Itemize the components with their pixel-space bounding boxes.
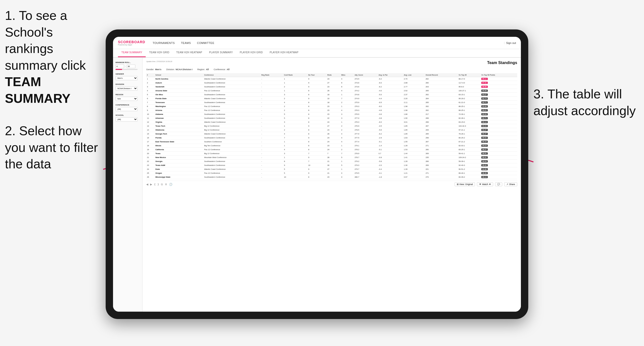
tablet-frame: SCOREBOARD Powered by clippd TOURNAMENTS…	[106, 29, 528, 319]
col-rnds: Rnds	[326, 73, 340, 77]
col-rank: #	[146, 73, 154, 77]
nav-teams[interactable]: TEAMS	[181, 41, 191, 44]
view-controls: ⊞ View: Original 👁 Watch ▼ 💬 ↗ Share	[454, 182, 517, 186]
standings-table: # School Conference Reg Rank Conf Rank N…	[146, 73, 517, 179]
share-button[interactable]: ↗ Share	[504, 182, 517, 186]
table-row: 25 Oregon Pac-12 Conference - 5 9 21 0 2…	[146, 171, 517, 175]
tab-player-summary[interactable]: PLAYER SUMMARY	[206, 49, 236, 57]
instruction-step-3: 3. The table will adjust accordingly	[534, 86, 637, 119]
filter-school-label: School	[116, 114, 140, 116]
pagination-controls: ◀ ▶ ⟪ ⟫ ⧉ ⬇ 🕐	[146, 183, 172, 186]
first-page-icon[interactable]: ⟪	[154, 183, 156, 186]
col-no-tour: No Tour	[308, 73, 326, 77]
tab-team-summary[interactable]: TEAM SUMMARY	[118, 49, 146, 57]
table-row: 21 New Mexico Mountain West Conference -…	[146, 156, 517, 160]
instruction-step-1: 1. To see a School's rankings summary cl…	[5, 7, 98, 107]
main-nav: TOURNAMENTS TEAMS COMMITTEE	[152, 41, 496, 44]
col-vs50: Vs Top 50 Points	[480, 73, 517, 77]
col-conference: Conference	[204, 73, 261, 77]
conference-select[interactable]: (All)	[116, 107, 138, 111]
filter-min-rounds-label: Minimum Rou...	[116, 61, 140, 64]
filter-minimum-rounds: Minimum Rou... -	[116, 61, 140, 70]
table-row: 2 Auburn Southeastern Conference - 1 9 2…	[146, 81, 517, 85]
bottom-toolbar: ◀ ▶ ⟪ ⟫ ⧉ ⬇ 🕐 ⊞ View: Original 👁 Watch ▼…	[146, 180, 517, 188]
logo-subtitle: Powered by clippd	[118, 44, 132, 46]
table-row: 19 California Pac-12 Conference - 4 8 24…	[146, 148, 517, 152]
gender-filter-display: Gender: Men's	[146, 68, 162, 71]
gender-select[interactable]: Men's Women's	[116, 76, 138, 80]
filter-conference: Conference (All)	[116, 104, 140, 111]
tablet-screen: SCOREBOARD Powered by clippd TOURNAMENTS…	[113, 37, 521, 312]
view-original-button[interactable]: ⊞ View: Original	[454, 182, 475, 186]
clock-icon: 🕐	[169, 183, 172, 186]
table-row: 4 Arizona State Pac-12 Conference - 1 8 …	[146, 89, 517, 93]
col-overall: Overall Record	[425, 73, 458, 77]
sign-out-link[interactable]: Sign out	[506, 41, 516, 44]
table-header-row: # School Conference Reg Rank Conf Rank N…	[146, 73, 517, 77]
app-header: SCOREBOARD Powered by clippd TOURNAMENTS…	[113, 37, 521, 49]
comment-button[interactable]: 💬	[495, 182, 502, 186]
tab-player-h2h-grid[interactable]: PLAYER H2H GRID	[236, 49, 266, 57]
filter-max-input[interactable]	[127, 65, 136, 68]
table-row: 15 Georgia Tech Atlantic Coast Conferenc…	[146, 132, 517, 136]
download-icon[interactable]: ⬇	[165, 183, 167, 186]
update-time: Update time: 27/03/2024 16:56:26	[146, 61, 172, 62]
region-select[interactable]: N/A All	[116, 97, 138, 101]
table-row: 12 Virginia Atlantic Coast Conference - …	[146, 120, 517, 124]
table-row: 17 East Tennessee State Southern Confere…	[146, 140, 517, 144]
table-row: 8 Washington Pac-12 Conference - 2 8 23 …	[146, 105, 517, 108]
col-reg-rank: Reg Rank	[261, 73, 283, 77]
table-row: 7 Tennessee Southeastern Conference - 4 …	[146, 101, 517, 105]
col-avg-low: Avg. Low	[403, 73, 425, 77]
filter-region-label: Region	[116, 94, 140, 96]
tab-team-h2h-grid[interactable]: TEAM H2H GRID	[146, 49, 173, 57]
filter-division-label: Division	[116, 83, 140, 85]
filter-conference-label: Conference	[116, 104, 140, 106]
last-page-icon[interactable]: ⟫	[158, 183, 159, 186]
instruction-step-2: 2. Select how you want to filter the dat…	[5, 123, 98, 173]
rounds-slider[interactable]	[116, 69, 138, 70]
division-filter-display: Division: NCAA Division I	[166, 68, 192, 71]
col-wins: Wins	[340, 73, 354, 77]
table-row: 3 Vanderbilt Southeastern Conference - 2…	[146, 85, 517, 89]
sub-navigation: TEAM SUMMARY TEAM H2H GRID TEAM H2H HEAT…	[113, 49, 521, 58]
tab-player-h2h-heatmap[interactable]: PLAYER H2H HEATMAP	[266, 49, 302, 57]
watch-button[interactable]: 👁 Watch ▼	[477, 182, 493, 186]
col-school: School	[154, 73, 204, 77]
table-row: 13 Texas Tech Big 12 Conference - 1 9 27…	[146, 124, 517, 128]
table-row: 18 Illinois Big Ten Conference - 1 8 23 …	[146, 144, 517, 148]
col-vs25: Vs Top 25	[458, 73, 480, 77]
school-select[interactable]: (All)	[116, 117, 138, 122]
table-row: 16 Florida Southeastern Conference - 7 9…	[146, 136, 517, 140]
filter-gender-label: Gender	[116, 73, 140, 75]
table-row: 1 North Carolina Atlantic Coast Conferen…	[146, 77, 517, 81]
table-row: 22 Georgia Southeastern Conference - 8 7…	[146, 160, 517, 164]
col-conf-rank: Conf Rank	[283, 73, 308, 77]
table-row: 26 Mississippi State Southeastern Confer…	[146, 175, 517, 179]
table-row: 9 Arizona Pac-12 Conference - 2 8 23 4 2…	[146, 108, 517, 112]
division-select[interactable]: NCAA Division I NCAA Division II NCAA Di…	[116, 86, 138, 91]
table-row: 6 Florida State Atlantic Coast Conferenc…	[146, 97, 517, 101]
conference-filter-display: Conference: All	[214, 68, 230, 71]
table-row: 14 Oklahoma Big 12 Conference - 2 8 24 2…	[146, 128, 517, 132]
nav-committee[interactable]: COMMITTEE	[197, 41, 214, 44]
table-row: 11 Arkansas Southeastern Conference - 5 …	[146, 116, 517, 120]
col-avg-to-par: Avg. to Par	[378, 73, 403, 77]
content-area: Update time: 27/03/2024 16:56:26 Team St…	[142, 58, 521, 312]
col-adj-score: Adj. Score	[354, 73, 378, 77]
next-page-icon[interactable]: ▶	[150, 183, 152, 186]
table-title: Team Standings	[487, 61, 517, 65]
table-row: 10 Alabama Southeastern Conference - 5 8…	[146, 112, 517, 116]
filter-gender: Gender Men's Women's	[116, 73, 140, 80]
copy-icon[interactable]: ⧉	[161, 183, 163, 186]
prev-page-icon[interactable]: ◀	[146, 183, 148, 186]
nav-tournaments[interactable]: TOURNAMENTS	[152, 41, 175, 44]
filter-school: School (All)	[116, 114, 140, 122]
table-filter-pills: Gender: Men's Division: NCAA Division I …	[146, 68, 517, 71]
table-row: 5 Ole Miss Southeastern Conference - 3 6…	[146, 93, 517, 97]
tab-team-h2h-heatmap[interactable]: TEAM H2H HEATMAP	[173, 49, 206, 57]
filter-min-input[interactable]	[116, 65, 124, 68]
main-content: Minimum Rou... - Gender M	[113, 58, 521, 312]
logo-area: SCOREBOARD Powered by clippd	[118, 40, 145, 46]
table-row: 24 Duke Atlantic Coast Conference - 5 9 …	[146, 167, 517, 171]
